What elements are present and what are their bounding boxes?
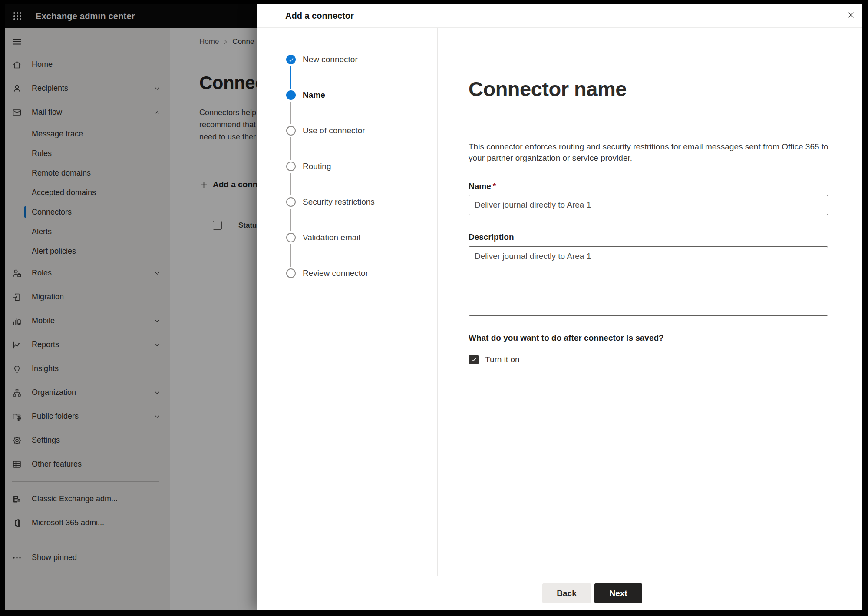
- wizard-step-label: Validation email: [303, 232, 360, 243]
- required-asterisk: *: [493, 182, 496, 191]
- add-connector-panel: Add a connector New connector Name Use o…: [257, 4, 862, 610]
- wizard-step-label: New connector: [303, 54, 358, 65]
- close-button[interactable]: [845, 9, 857, 21]
- check-icon: [288, 57, 294, 63]
- wizard-step-security-restrictions[interactable]: Security restrictions: [257, 197, 433, 207]
- wizard-step-label: Security restrictions: [303, 197, 375, 207]
- turn-it-on-checkbox[interactable]: Turn it on: [469, 354, 520, 365]
- wizard-steps: New connector Name Use of connector Rout…: [257, 27, 437, 575]
- wizard-step-label: Use of connector: [303, 126, 365, 136]
- check-icon: [471, 357, 477, 363]
- wizard-step-connector: [290, 66, 292, 89]
- description-label: Description: [469, 232, 514, 242]
- wizard-step-connector: [290, 173, 292, 195]
- wizard-content-divider: [437, 28, 438, 576]
- back-button[interactable]: Back: [542, 583, 591, 603]
- wizard-step-label: Name: [303, 90, 325, 100]
- wizard-step-label: Routing: [303, 161, 331, 172]
- wizard-step-connector: [290, 102, 292, 124]
- wizard-step-connector: [290, 244, 292, 267]
- wizard-step-new-connector[interactable]: New connector: [257, 54, 433, 65]
- step-page-title: Connector name: [469, 77, 627, 101]
- after-save-question: What do you want to do after connector i…: [469, 333, 664, 343]
- name-input[interactable]: [469, 195, 828, 215]
- wizard-step-review-connector[interactable]: Review connector: [257, 268, 433, 278]
- wizard-step-connector: [290, 137, 292, 160]
- checkbox-checked: [469, 355, 479, 364]
- wizard-step-connector: [290, 209, 292, 231]
- next-button[interactable]: Next: [594, 583, 642, 603]
- panel-title: Add a connector: [285, 11, 354, 21]
- turn-it-on-label: Turn it on: [485, 355, 520, 364]
- description-textarea[interactable]: Deliver journal directly to Area 1: [469, 246, 828, 316]
- wizard-step-label: Review connector: [303, 268, 368, 278]
- wizard-step-use-of-connector[interactable]: Use of connector: [257, 126, 433, 136]
- close-icon: [847, 11, 855, 19]
- wizard-step-name[interactable]: Name: [257, 90, 433, 100]
- panel-footer-divider: [257, 576, 862, 576]
- wizard-step-validation-email[interactable]: Validation email: [257, 232, 433, 243]
- step-page-description: This connector enforces routing and secu…: [469, 141, 836, 164]
- app-window: Exchange admin center Home Recipients Ma…: [5, 4, 862, 610]
- wizard-step-routing[interactable]: Routing: [257, 161, 433, 172]
- name-label: Name*: [469, 182, 496, 191]
